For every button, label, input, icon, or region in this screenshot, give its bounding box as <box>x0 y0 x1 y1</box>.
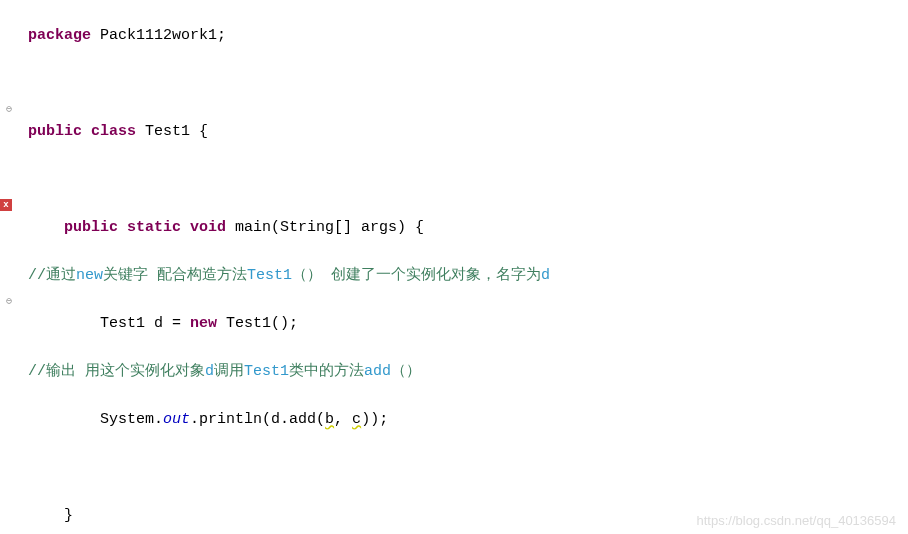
keyword-static: static <box>118 219 181 236</box>
code-line: //通过new关键字 配合构造方法Test1（） 创建了一个实例化对象，名字为d <box>20 264 908 288</box>
keyword-new: new <box>190 315 217 332</box>
comment: //通过 <box>28 267 76 284</box>
code-line: public class Test1 { <box>20 120 908 144</box>
code-line <box>20 168 908 192</box>
collapse-icon[interactable]: ⊖ <box>4 295 14 305</box>
keyword-public: public <box>28 123 82 140</box>
code-line: System.out.println(d.add(b, c)); <box>20 408 908 432</box>
code-line: Test1 d = new Test1(); <box>20 312 908 336</box>
code-line: //输出 用这个实例化对象d调用Test1类中的方法add（） <box>20 360 908 384</box>
code-line <box>20 456 908 480</box>
watermark: https://blog.csdn.net/qq_40136594 <box>697 513 897 528</box>
code-line: package Pack1112work1; <box>20 24 908 48</box>
comment: //输出 用这个实例化对象 <box>28 363 205 380</box>
field-out: out <box>163 411 190 428</box>
error-icon[interactable]: x <box>0 199 12 211</box>
code-line <box>20 72 908 96</box>
package-name: Pack1112work1; <box>91 27 226 44</box>
keyword-public: public <box>64 219 118 236</box>
code-line: public static void main(String[] args) { <box>20 216 908 240</box>
code-editor[interactable]: package Pack1112work1; public class Test… <box>20 0 908 534</box>
class-name: Test1 { <box>136 123 208 140</box>
editor-gutter: ⊖ x ⊖ <box>0 0 20 534</box>
collapse-icon[interactable]: ⊖ <box>4 103 14 113</box>
keyword-void: void <box>181 219 226 236</box>
var-c: c <box>352 411 361 428</box>
keyword-class: class <box>82 123 136 140</box>
keyword-package: package <box>28 27 91 44</box>
var-b: b <box>325 411 334 428</box>
method-main: main(String[] args) { <box>226 219 424 236</box>
